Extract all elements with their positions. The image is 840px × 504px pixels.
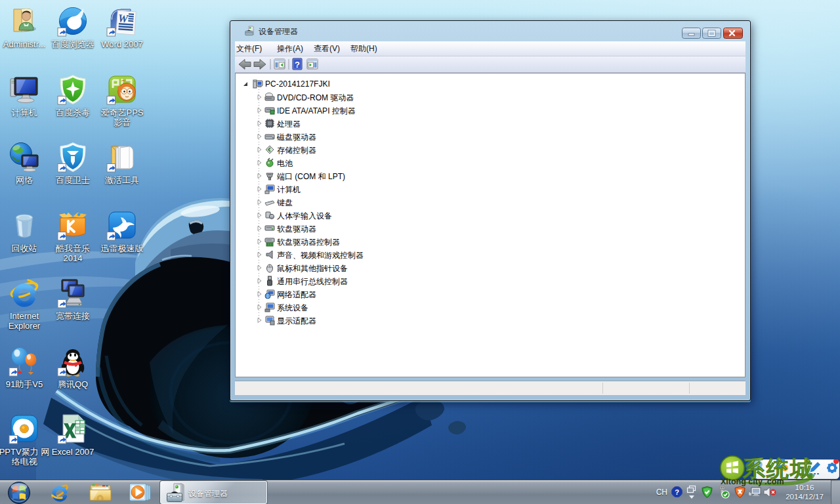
svg-text:?: ? (675, 488, 679, 496)
svg-text:?: ? (295, 60, 300, 70)
svg-text:Xitong city .com: Xitong city .com (721, 477, 784, 486)
